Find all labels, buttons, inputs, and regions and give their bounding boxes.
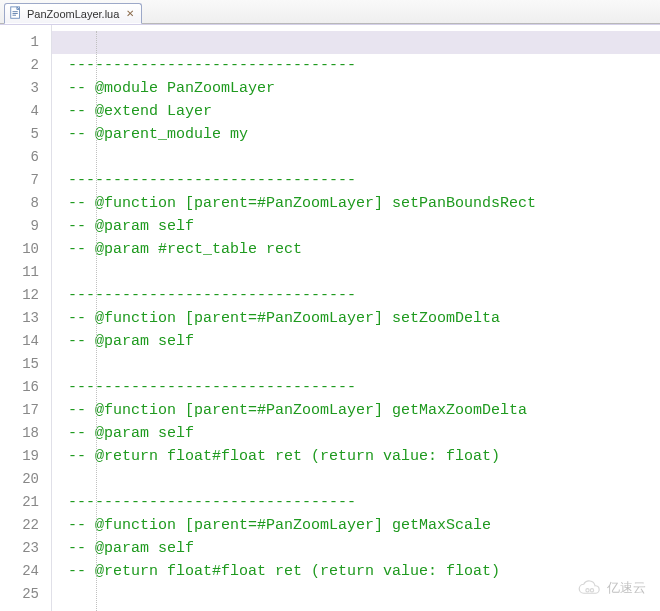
watermark: 亿速云 [577,579,646,597]
code-line[interactable]: -- @param #rect_table rect [52,238,660,261]
line-number: 15 [0,353,51,376]
code-line[interactable] [52,583,660,606]
line-number: 1 [0,31,51,54]
close-icon[interactable]: ✕ [125,9,135,19]
line-number: 9 [0,215,51,238]
svg-rect-1 [13,11,18,12]
code-line[interactable]: -------------------------------- [52,169,660,192]
line-number: 4 [0,100,51,123]
code-line[interactable]: -- @function [parent=#PanZoomLayer] setZ… [52,307,660,330]
code-area[interactable]: ---------------------------------- @modu… [52,25,660,611]
line-number: 7 [0,169,51,192]
line-number: 5 [0,123,51,146]
tab-bar: PanZoomLayer.lua ✕ [0,0,660,24]
code-line[interactable]: -------------------------------- [52,491,660,514]
code-line[interactable]: -- @function [parent=#PanZoomLayer] getM… [52,514,660,537]
line-number: 16 [0,376,51,399]
line-number: 3 [0,77,51,100]
line-number: 13 [0,307,51,330]
code-line[interactable]: -------------------------------- [52,284,660,307]
code-line[interactable] [52,468,660,491]
line-number: 2 [0,54,51,77]
editor: 1234567891011121314151617181920212223242… [0,24,660,611]
code-line[interactable] [52,31,660,54]
code-line[interactable]: -- @function [parent=#PanZoomLayer] setP… [52,192,660,215]
code-line[interactable]: -- @param self [52,422,660,445]
line-number: 12 [0,284,51,307]
line-number: 22 [0,514,51,537]
line-number: 17 [0,399,51,422]
svg-rect-3 [13,14,17,15]
code-line[interactable] [52,353,660,376]
code-line[interactable] [52,146,660,169]
line-gutter: 1234567891011121314151617181920212223242… [0,25,52,611]
cloud-icon [577,579,601,597]
code-line[interactable]: -- @param self [52,215,660,238]
tab-filename: PanZoomLayer.lua [27,8,119,20]
code-line[interactable]: -- @return float#float ret (return value… [52,560,660,583]
line-number: 10 [0,238,51,261]
line-number: 25 [0,583,51,606]
code-line[interactable]: -- @param self [52,537,660,560]
watermark-text: 亿速云 [607,579,646,597]
svg-rect-2 [13,13,18,14]
line-number: 23 [0,537,51,560]
line-number: 6 [0,146,51,169]
code-line[interactable]: -- @function [parent=#PanZoomLayer] getM… [52,399,660,422]
code-line[interactable]: -------------------------------- [52,376,660,399]
code-line[interactable]: -- @extend Layer [52,100,660,123]
line-number: 20 [0,468,51,491]
line-number: 24 [0,560,51,583]
svg-point-4 [586,589,589,592]
tab-file[interactable]: PanZoomLayer.lua ✕ [4,3,142,24]
indent-guide [96,31,97,611]
line-number: 11 [0,261,51,284]
code-line[interactable]: -------------------------------- [52,54,660,77]
code-line[interactable]: -- @parent_module my [52,123,660,146]
line-number: 19 [0,445,51,468]
line-number: 18 [0,422,51,445]
line-number: 8 [0,192,51,215]
code-line[interactable] [52,261,660,284]
line-number: 21 [0,491,51,514]
code-line[interactable]: -- @return float#float ret (return value… [52,445,660,468]
line-number: 14 [0,330,51,353]
code-line[interactable]: -- @param self [52,330,660,353]
file-icon [9,6,23,22]
svg-point-5 [590,589,593,592]
code-line[interactable]: -- @module PanZoomLayer [52,77,660,100]
